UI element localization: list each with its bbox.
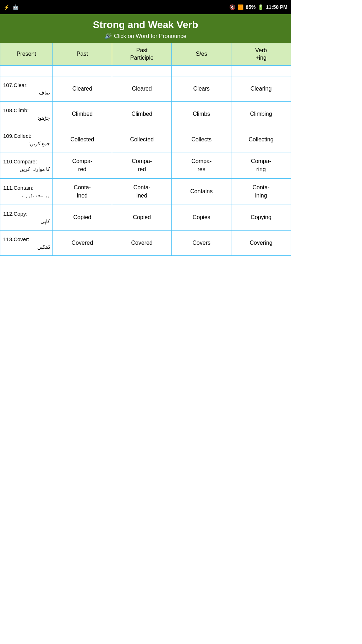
cell-108-urdu: چڑھو: (3, 115, 50, 122)
header-past-participle[interactable]: PastParticiple (112, 43, 172, 66)
cell-108-ses[interactable]: Climbs (172, 102, 231, 127)
cell-109-urdu: جمع کریں: (3, 140, 50, 147)
cell-113-present[interactable]: 113.Cover: ڈھکیں (0, 230, 53, 256)
cell-107-past[interactable]: Cleared (53, 76, 112, 102)
status-left: ⚡ 🤖 (4, 4, 18, 10)
cell-108-pp[interactable]: Climbed (112, 102, 172, 127)
table-header-row: Present Past PastParticiple S/es Verb+in… (0, 43, 291, 66)
header-present[interactable]: Present (0, 43, 53, 66)
table-row: 108.Climb: چڑھو: Climbed Climbed Climbs … (0, 102, 291, 127)
cell-112-ing[interactable]: Copying (231, 205, 291, 230)
usb-icon: ⚡ (4, 4, 10, 10)
header-ing[interactable]: Verb+ing (231, 43, 291, 66)
mute-icon: 🔇 (229, 4, 235, 10)
cell-110-ing[interactable]: Compa-ring (231, 152, 291, 179)
cell-111-pp[interactable]: Conta-ined (112, 179, 172, 205)
table-row-partial-top (0, 65, 291, 76)
cell-109-present[interactable]: 109.Collect: جمع کریں: (0, 127, 53, 152)
cell-107-ses[interactable]: Clears (172, 76, 231, 102)
speaker-icon: 🔊 (105, 33, 112, 39)
cell-109-past[interactable]: Collected (53, 127, 112, 152)
cell-112-present[interactable]: 112.Copy: کاپی (0, 205, 53, 230)
cell-111-past[interactable]: Conta-ined (53, 179, 112, 205)
cell-110-pp[interactable]: Compa-red (112, 152, 172, 179)
verb-table-container: Present Past PastParticiple S/es Verb+in… (0, 43, 291, 256)
cell-107-present[interactable]: 107.Clear: صاف (0, 76, 53, 102)
cell-111-ing[interactable]: Conta-ining (231, 179, 291, 205)
cell-110-ses[interactable]: Compa-res (172, 152, 231, 179)
table-row: 111.Contain: پر مشتمل ہے Conta-ined Cont… (0, 179, 291, 205)
cell-113-pp[interactable]: Covered (112, 230, 172, 256)
table-row: 112.Copy: کاپی Copied Copied Copies Copy… (0, 205, 291, 230)
signal-icon: 📶 (237, 4, 243, 10)
verb-table: Present Past PastParticiple S/es Verb+in… (0, 43, 291, 256)
cell-113-ses[interactable]: Covers (172, 230, 231, 256)
cell-110-urdu: کا موازنہ کریں (3, 166, 50, 173)
cell-108-past[interactable]: Climbed (53, 102, 112, 127)
cell-112-past[interactable]: Copied (53, 205, 112, 230)
table-row: 110.Compare: کا موازنہ کریں Compa-red Co… (0, 152, 291, 179)
cell-113-urdu: ڈھکیں (3, 244, 50, 251)
cell-109-ses[interactable]: Collects (172, 127, 231, 152)
app-title: Strong and Weak Verb (4, 19, 287, 31)
app-header: Strong and Weak Verb 🔊 Click on Word for… (0, 14, 291, 43)
clock: 11:50 PM (266, 4, 287, 10)
cell-111-ses[interactable]: Contains (172, 179, 231, 205)
cell-113-ing[interactable]: Covering (231, 230, 291, 256)
cell-partial-past (53, 65, 112, 76)
cell-partial-present (0, 65, 53, 76)
cell-109-pp[interactable]: Collected (112, 127, 172, 152)
battery-percent: 85% (246, 4, 256, 10)
table-row: 109.Collect: جمع کریں: Collected Collect… (0, 127, 291, 152)
status-bar: ⚡ 🤖 🔇 📶 85% 🔋 11:50 PM (0, 0, 291, 14)
cell-112-urdu: کاپی (3, 218, 50, 225)
cell-partial-ses (172, 65, 231, 76)
cell-111-present[interactable]: 111.Contain: پر مشتمل ہے (0, 179, 53, 205)
table-row-partial-bottom: 113.Cover: ڈھکیں Covered Covered Covers … (0, 230, 291, 256)
header-ses[interactable]: S/es (172, 43, 231, 66)
cell-107-urdu: صاف (3, 90, 50, 97)
cell-112-ses[interactable]: Copies (172, 205, 231, 230)
table-row: 107.Clear: صاف Cleared Cleared Clears Cl… (0, 76, 291, 102)
cell-partial-ing (231, 65, 291, 76)
cell-113-past[interactable]: Covered (53, 230, 112, 256)
cell-110-past[interactable]: Compa-red (53, 152, 112, 179)
cell-partial-pp (112, 65, 172, 76)
cell-107-pp[interactable]: Cleared (112, 76, 172, 102)
cell-107-ing[interactable]: Clearing (231, 76, 291, 102)
status-right: 🔇 📶 85% 🔋 11:50 PM (229, 4, 287, 10)
cell-109-ing[interactable]: Collecting (231, 127, 291, 152)
subtitle-text: Click on Word for Pronounce (114, 33, 186, 39)
header-past[interactable]: Past (53, 43, 112, 66)
cell-110-present[interactable]: 110.Compare: کا موازنہ کریں (0, 152, 53, 179)
cell-108-ing[interactable]: Climbing (231, 102, 291, 127)
app-subtitle: 🔊 Click on Word for Pronounce (4, 33, 287, 39)
cell-111-urdu: پر مشتمل ہے (3, 192, 50, 199)
cell-112-pp[interactable]: Copied (112, 205, 172, 230)
android-icon: 🤖 (12, 4, 18, 10)
cell-108-present[interactable]: 108.Climb: چڑھو: (0, 102, 53, 127)
battery-icon: 🔋 (258, 4, 264, 10)
